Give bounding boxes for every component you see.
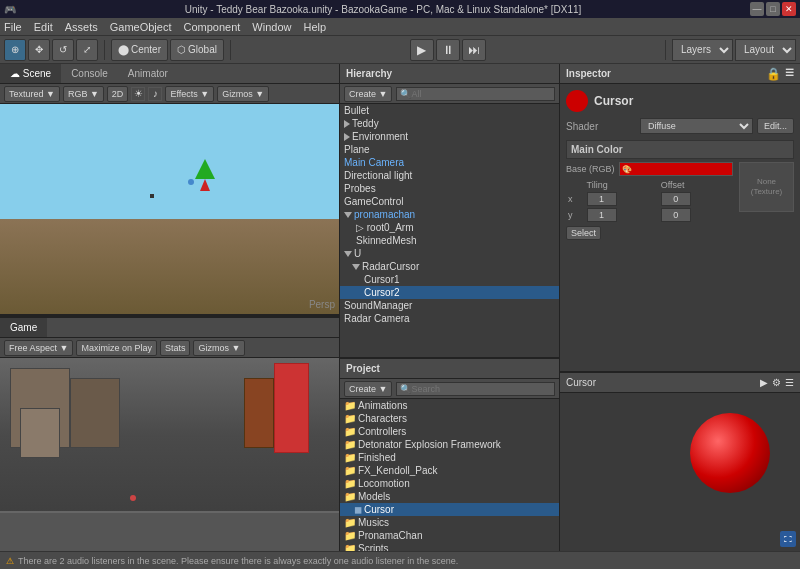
tool-move[interactable]: ✥ [28,39,50,61]
proj-characters[interactable]: 📁 Characters [340,412,559,425]
proj-finished[interactable]: 📁 Finished [340,451,559,464]
folder-icon: 📁 [344,530,356,541]
folder-icon: 📁 [344,491,356,502]
hier-item-pronamachan[interactable]: pronamachan [340,208,559,221]
preview-zoom-icon[interactable]: ⛶ [780,531,796,547]
game-tabs: Game [0,318,339,338]
hier-item-probes[interactable]: Probes [340,182,559,195]
edit-button[interactable]: Edit... [757,118,794,134]
inspector-title: Inspector [566,68,611,79]
tool-hand[interactable]: ⊕ [4,39,26,61]
pivot-button[interactable]: ⬤ Center [111,39,168,61]
aspect-button[interactable]: Free Aspect ▼ [4,340,73,356]
hierarchy-create[interactable]: Create ▼ [344,86,392,102]
hier-item-skinnedmesh[interactable]: SkinnedMesh [340,234,559,247]
menu-gameobject[interactable]: GameObject [110,21,172,33]
layers-group: Layers Layout [672,39,796,61]
lighting-toggle[interactable]: ☀ [131,87,145,101]
hier-item-dirlight[interactable]: Directional light [340,169,559,182]
main-color-swatch[interactable]: 🎨 [619,162,733,176]
layout-select[interactable]: Layout [735,39,796,61]
hier-item-radarcursor[interactable]: RadarCursor [340,260,559,273]
maximize-play-button[interactable]: Maximize on Play [76,340,157,356]
hier-item-plane[interactable]: Plane [340,143,559,156]
menu-file[interactable]: File [4,21,22,33]
offset-x[interactable] [661,192,691,206]
proj-animations[interactable]: 📁 Animations [340,399,559,412]
proj-fxkendoll[interactable]: 📁 FX_Kendoll_Pack [340,464,559,477]
game-crate-3 [70,378,120,448]
offset-y[interactable] [661,208,691,222]
hier-item-teddy[interactable]: Teddy [340,117,559,130]
tab-game[interactable]: Game [0,318,47,337]
hier-item-cursor1[interactable]: Cursor1 [340,273,559,286]
preview-menu-icon[interactable]: ☰ [785,377,794,388]
select-button[interactable]: Select [566,226,601,240]
texture-none[interactable]: None(Texture) [739,162,794,212]
shading-button[interactable]: Textured ▼ [4,86,60,102]
audio-toggle[interactable]: ♪ [148,87,162,101]
tab-animator[interactable]: Animator [118,64,178,83]
folder-icon: 📁 [344,478,356,489]
hier-item-soundmanager[interactable]: SoundManager [340,299,559,312]
hier-item-bullet[interactable]: Bullet [340,104,559,117]
scene-panel: ☁ Scene Console Animator Textured ▼ RGB … [0,64,340,316]
hier-item-u[interactable]: U [340,247,559,260]
hier-item-cursor2[interactable]: Cursor2 [340,286,559,299]
global-button[interactable]: ⬡ Global [170,39,224,61]
game-panel: Game Free Aspect ▼ Maximize on Play Stat… [0,316,340,551]
game-red-obj [274,363,309,453]
minimize-button[interactable]: — [750,2,764,16]
preview-settings-icon[interactable]: ⚙ [772,377,781,388]
proj-detonator[interactable]: 📁 Detonator Explosion Framework [340,438,559,451]
hier-item-environment[interactable]: Environment [340,130,559,143]
proj-cursor[interactable]: ◼ Cursor [340,503,559,516]
tab-scene[interactable]: ☁ Scene [0,64,61,83]
status-text: There are 2 audio listeners in the scene… [18,556,458,566]
proj-controllers[interactable]: 📁 Controllers [340,425,559,438]
maximize-button[interactable]: □ [766,2,780,16]
menu-window[interactable]: Window [252,21,291,33]
close-button[interactable]: ✕ [782,2,796,16]
titlebar: 🎮 Unity - Teddy Bear Bazooka.unity - Baz… [0,0,800,18]
proj-pronamachan[interactable]: 📁 PronamaChan [340,529,559,542]
effects-button[interactable]: Effects ▼ [165,86,214,102]
preview-canvas: ⛶ [560,393,800,551]
proj-models[interactable]: 📁 Models [340,490,559,503]
separator-1 [104,40,105,60]
tab-console[interactable]: Console [61,64,118,83]
menu-component[interactable]: Component [183,21,240,33]
rgb-button[interactable]: RGB ▼ [63,86,104,102]
hierarchy-search[interactable] [411,89,491,99]
tool-scale[interactable]: ⤢ [76,39,98,61]
hier-item-maincamera[interactable]: Main Camera [340,156,559,169]
hier-item-radarcamera[interactable]: Radar Camera [340,312,559,325]
project-search[interactable] [411,384,471,394]
separator-2 [230,40,231,60]
tiling-x[interactable] [587,192,617,206]
hier-item-gamecontrol[interactable]: GameControl [340,195,559,208]
menu-assets[interactable]: Assets [65,21,98,33]
tool-rotate[interactable]: ↺ [52,39,74,61]
tiling-y[interactable] [587,208,617,222]
step-button[interactable]: ⏭ [462,39,486,61]
proj-locomotion[interactable]: 📁 Locomotion [340,477,559,490]
game-marker [130,495,136,501]
inspector-menu-icon[interactable]: ☰ [785,67,794,81]
play-button[interactable]: ▶ [410,39,434,61]
proj-musics[interactable]: 📁 Musics [340,516,559,529]
layers-select[interactable]: Layers [672,39,733,61]
gizmos-button[interactable]: Gizmos ▼ [217,86,269,102]
menu-help[interactable]: Help [303,21,326,33]
shader-select[interactable]: Diffuse [640,118,753,134]
inspector-lock-icon[interactable]: 🔒 [766,67,781,81]
hier-item-root0arm[interactable]: ▷ root0_Arm [340,221,559,234]
project-create[interactable]: Create ▼ [344,381,392,397]
game-gizmos-button[interactable]: Gizmos ▼ [193,340,245,356]
stats-button[interactable]: Stats [160,340,191,356]
hierarchy-list: Bullet Teddy Environment Plane Main Came… [340,104,559,357]
menu-edit[interactable]: Edit [34,21,53,33]
2d-button[interactable]: 2D [107,86,129,102]
pause-button[interactable]: ⏸ [436,39,460,61]
preview-play-icon[interactable]: ▶ [760,377,768,388]
